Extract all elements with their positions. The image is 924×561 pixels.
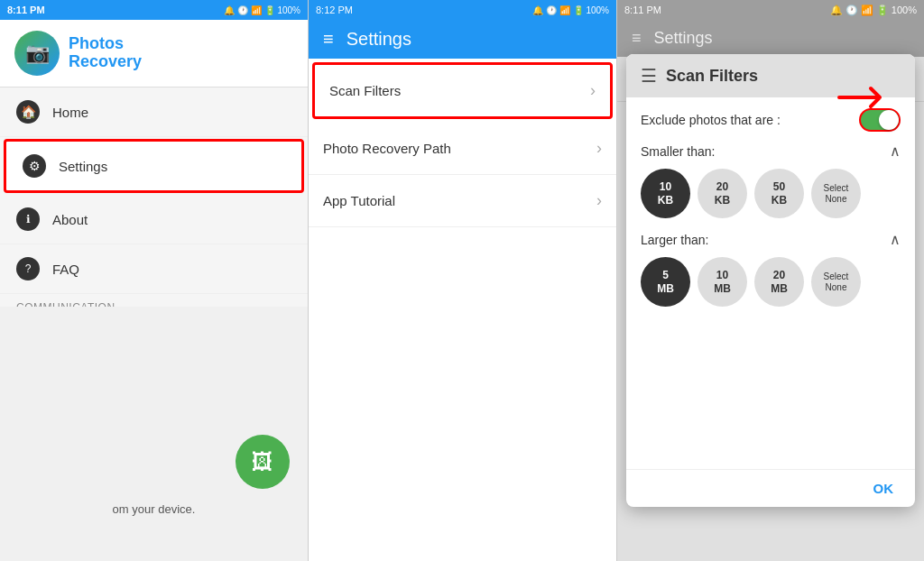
settings-icon: ⚙ <box>23 154 46 178</box>
settings-header: ≡ Settings <box>309 20 616 59</box>
recovered-badge: 🖼 <box>236 435 290 489</box>
screen1-side-menu: 8:11 PM 🔔 🕐 📶 🔋 100% 📷 Photos Recovery 🏠… <box>0 0 309 561</box>
exclude-label: Exclude photos that are : <box>641 113 781 127</box>
settings-title: Settings <box>346 29 411 50</box>
hamburger-icon[interactable]: ≡ <box>323 29 334 50</box>
size-btn-20kb[interactable]: 20KB <box>698 169 747 218</box>
size-btn-5mb[interactable]: 5MB <box>641 257 690 307</box>
settings-item-photo-recovery[interactable]: Photo Recovery Path › <box>309 123 616 175</box>
larger-than-label: Larger than: <box>641 233 709 247</box>
scan-filters-dialog: ☰ Scan Filters Exclude photos that are :… <box>626 54 915 507</box>
photo-recovery-label: Photo Recovery Path <box>323 141 451 156</box>
nav-home-label: Home <box>52 105 88 120</box>
filter-icon: ☰ <box>641 65 657 87</box>
size-btn-50kb[interactable]: 50KB <box>754 169 804 218</box>
app-header: 📷 Photos Recovery <box>0 20 308 87</box>
nav-item-faq[interactable]: ? FAQ <box>0 244 308 294</box>
smaller-than-label: Smaller than: <box>641 144 715 159</box>
screen3-hamburger-icon: ≡ <box>632 29 642 48</box>
size-btn-10kb[interactable]: 10KB <box>641 169 690 218</box>
recovered-text: om your device. <box>113 502 196 516</box>
chevron-right-icon-2: › <box>596 139 602 158</box>
screen2-time: 8:12 PM <box>316 5 353 15</box>
about-icon: ℹ <box>16 207 40 231</box>
nav-list: 🏠 Home ⚙ Settings ℹ About ? FAQ Communic… <box>0 87 308 307</box>
chevron-up-icon-2: ∧ <box>890 231 901 248</box>
app-logo: 📷 <box>14 31 60 76</box>
scan-filters-label: Scan Filters <box>329 83 401 98</box>
screen1-main: 🖼 om your device. <box>0 307 308 562</box>
settings-item-app-tutorial[interactable]: App Tutorial › <box>309 175 616 227</box>
settings-item-scan-filters[interactable]: Scan Filters › <box>312 62 613 119</box>
app-tutorial-label: App Tutorial <box>323 193 395 208</box>
dialog-header: ☰ Scan Filters <box>626 54 915 97</box>
toggle-switch[interactable] <box>859 108 901 132</box>
size-btn-10mb[interactable]: 10MB <box>698 257 747 307</box>
nav-item-about[interactable]: ℹ About <box>0 195 308 244</box>
app-name: Photos Recovery <box>69 35 142 71</box>
home-icon: 🏠 <box>16 100 40 124</box>
screen2-status-icons: 🔔 🕐 📶 🔋 100% <box>532 5 609 15</box>
screen1-time: 8:11 PM <box>7 5 45 15</box>
screen3-time: 8:11 PM <box>624 5 661 15</box>
screen2-status-bar: 8:12 PM 🔔 🕐 📶 🔋 100% <box>309 0 616 20</box>
size-btn-20mb[interactable]: 20MB <box>754 257 804 307</box>
dialog-title: Scan Filters <box>666 67 758 86</box>
smaller-size-options: 10KB 20KB 50KB SelectNone <box>641 169 901 218</box>
screen3-header-title: Settings <box>654 29 713 48</box>
chevron-right-icon: › <box>590 81 596 100</box>
screen3-status-bar: 8:11 PM 🔔 🕐 📶 🔋 100% <box>617 0 924 20</box>
screen1-status-icons: 🔔 🕐 📶 🔋 100% <box>224 5 300 15</box>
nav-item-home[interactable]: 🏠 Home <box>0 87 308 137</box>
settings-list: Scan Filters › Photo Recovery Path › App… <box>309 59 616 561</box>
larger-size-options: 5MB 10MB 20MB SelectNone <box>641 257 901 307</box>
screen3-scan-filters: 8:11 PM 🔔 🕐 📶 🔋 100% ≡ Settings Scan Fil… <box>617 0 924 561</box>
screen3-status-icons: 🔔 🕐 📶 🔋 100% <box>830 5 917 16</box>
chevron-up-icon: ∧ <box>890 143 901 160</box>
dialog-body: Exclude photos that are : Smaller than: … <box>626 97 915 469</box>
screen3-topbar: ≡ Settings <box>617 20 924 57</box>
nav-about-label: About <box>52 212 88 227</box>
exclude-row: Exclude photos that are : <box>641 108 901 132</box>
ok-button[interactable]: OK <box>866 477 901 500</box>
screen2-settings: 8:12 PM 🔔 🕐 📶 🔋 100% ≡ Settings Scan Fil… <box>309 0 617 561</box>
faq-icon: ? <box>16 257 40 280</box>
size-btn-select-none-small[interactable]: SelectNone <box>811 169 861 218</box>
size-btn-select-none-large[interactable]: SelectNone <box>811 257 861 307</box>
section-communication: Communication <box>0 294 308 307</box>
dialog-footer: OK <box>626 469 915 507</box>
smaller-than-header: Smaller than: ∧ <box>641 143 901 160</box>
chevron-right-icon-3: › <box>596 191 602 210</box>
screen1-status-bar: 8:11 PM 🔔 🕐 📶 🔋 100% <box>0 0 308 20</box>
toggle-knob <box>879 110 899 130</box>
larger-than-header: Larger than: ∧ <box>641 231 901 248</box>
nav-settings-label: Settings <box>59 159 107 174</box>
nav-item-settings[interactable]: ⚙ Settings <box>4 139 304 193</box>
nav-faq-label: FAQ <box>52 262 79 277</box>
